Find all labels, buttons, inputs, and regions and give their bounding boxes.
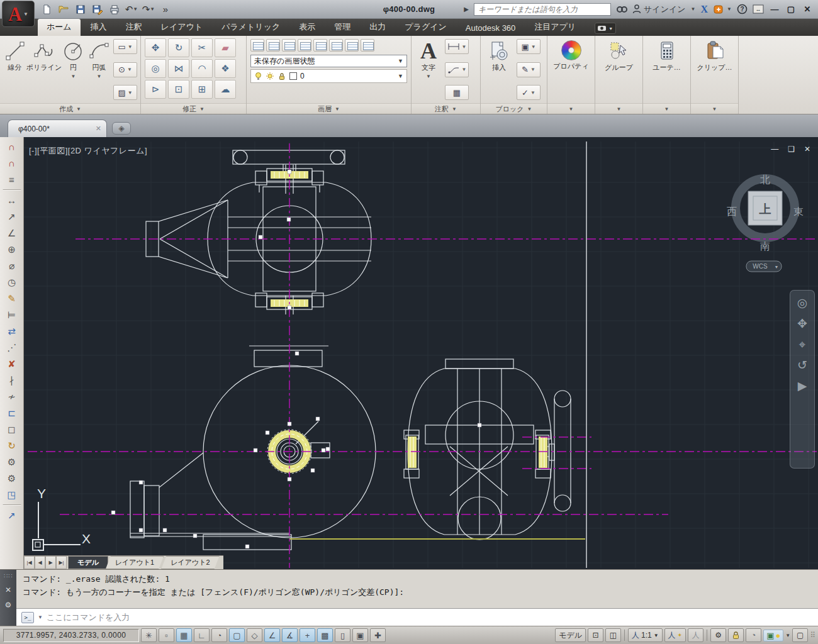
infocenter-collapse-icon[interactable]: ▶ (464, 6, 469, 13)
lineweight-toggle[interactable]: ▩ (317, 628, 333, 642)
dim-continue-icon[interactable]: ⇄ (3, 323, 21, 339)
dynamic-ucs-toggle[interactable]: ∡ (282, 628, 298, 642)
osnap-settings-icon[interactable]: ∩ (3, 139, 21, 155)
ortho-mode-toggle[interactable]: ∟ (194, 628, 210, 642)
application-menu-button[interactable]: A▼ (2, 1, 35, 27)
drag-handle-icon[interactable]: ∷∷ (4, 572, 13, 579)
showmotion-icon[interactable]: ▶ (798, 380, 807, 392)
signin-button[interactable]: サインイン (632, 4, 686, 15)
ribbon-tab[interactable]: プラグイン (396, 19, 456, 36)
command-input-row[interactable]: >_ ▼ ここにコマンドを入力 (16, 608, 818, 626)
move-icon[interactable]: ✥ (145, 38, 166, 57)
layer-off-icon[interactable] (298, 39, 311, 52)
object-snap-toggle[interactable]: ▢ (229, 628, 245, 642)
command-customize-icon[interactable]: ⚙ (5, 601, 12, 609)
dim-edit-icon[interactable]: ✎ (3, 291, 21, 306)
dim-radius-icon[interactable]: ◷ (3, 274, 21, 290)
fillet-icon[interactable]: ◠ (191, 59, 213, 78)
command-history[interactable]: コマンド: _.erase 認識された数: 1 コマンド: もう一方のコーナーを… (16, 570, 818, 608)
dim-angular-icon[interactable]: ∠ (3, 225, 21, 241)
layers-panel-label[interactable]: 画層▼ (247, 103, 411, 114)
rotate-icon[interactable]: ↻ (168, 38, 189, 57)
new-file-icon[interactable] (40, 3, 53, 16)
pan-icon[interactable]: ✥ (797, 318, 807, 330)
ribbon-tab[interactable]: 注目アプリ (525, 19, 585, 36)
hatch-icon[interactable]: ▨▼ (113, 85, 137, 100)
polyline-button[interactable]: ポリライン (29, 38, 59, 101)
dim-oblique-icon[interactable]: ∤ (3, 372, 21, 388)
utilities-button[interactable]: ユーテ… (647, 38, 687, 101)
autoscale-button[interactable]: 人 (688, 628, 703, 642)
quick-properties-toggle[interactable]: ▣ (352, 628, 368, 642)
drawing-area[interactable]: 北 東 南 西 上 WCS ▼ (24, 137, 818, 569)
signin-dropdown-icon[interactable]: ▼ (691, 6, 696, 12)
table-button[interactable]: ▦ (445, 85, 469, 100)
view-cube[interactable]: 北 東 南 西 上 WCS ▼ (727, 174, 804, 272)
view-3d-icon[interactable]: ◳ (3, 487, 21, 502)
first-tab-button[interactable]: |◀ (24, 556, 35, 569)
open-file-icon[interactable] (57, 3, 70, 16)
save-as-icon[interactable] (91, 3, 104, 16)
layer-state-dropdown[interactable]: 未保存の画層状態▼ (250, 55, 407, 67)
block-panel-label[interactable]: ブロック▼ (481, 103, 547, 114)
layer-prev-icon[interactable] (361, 39, 374, 52)
clean-screen-button[interactable]: ▢ (792, 628, 808, 642)
layer-unisolate-icon[interactable] (329, 39, 343, 52)
dim-text-angle-icon[interactable]: ≁ (3, 389, 21, 404)
prev-tab-button[interactable]: ◀ (35, 556, 45, 569)
toolbar-lock-button[interactable] (728, 628, 744, 642)
layout-tab[interactable]: モデル (68, 556, 108, 569)
multileader-icon[interactable]: ⋰ (3, 340, 21, 355)
redo-icon[interactable]: ↷▼ (142, 3, 155, 16)
dimension-button[interactable]: ▼ (445, 39, 469, 54)
next-tab-button[interactable]: ▶ (45, 556, 56, 569)
navigation-wheel-icon[interactable]: ◎ (797, 297, 808, 309)
dim-style-icon[interactable]: ◻ (3, 421, 21, 437)
dim-diameter-icon[interactable]: ⌀ (3, 258, 21, 274)
trim-icon[interactable]: ✂ (191, 38, 213, 57)
ribbon-tab[interactable]: 出力 (361, 19, 395, 36)
last-tab-button[interactable]: ▶| (56, 556, 67, 569)
dim-update-icon[interactable]: ↻ (3, 438, 21, 453)
coordinates-readout[interactable]: 3771.9957, 2403.2733, 0.0000 (3, 629, 139, 642)
exchange-apps-icon[interactable]: X (701, 4, 709, 15)
ribbon-tab[interactable]: Autodesk 360 (457, 21, 525, 36)
dynamic-input-toggle[interactable]: + (300, 628, 315, 642)
3d-object-snap-toggle[interactable]: ◇ (247, 628, 262, 642)
modify-panel-label[interactable]: 修正▼ (141, 103, 246, 114)
quick-view-layouts-button[interactable]: ⊡ (588, 628, 603, 642)
layout-tab[interactable]: レイアウト1 (106, 556, 164, 569)
communication-center-icon[interactable]: ▼ (713, 4, 732, 14)
recent-commands-icon[interactable]: ▼ (38, 614, 43, 620)
layer-freeze-icon[interactable] (282, 39, 296, 52)
ribbon-tab[interactable]: パラメトリック (213, 19, 289, 36)
zoom-icon[interactable]: ⌖ (799, 338, 806, 350)
group-button[interactable]: グループ (599, 38, 639, 101)
dim-aligned-icon[interactable]: ↗ (3, 209, 21, 225)
ribbon-tab[interactable]: ホーム (38, 19, 81, 36)
block-edit-icon[interactable]: ✎▼ (517, 62, 541, 77)
command-input[interactable]: ここにコマンドを入力 (47, 612, 130, 623)
properties-button[interactable]: プロパティ (551, 38, 591, 101)
snap-mode-toggle[interactable]: ▫ (159, 628, 174, 642)
parameters-icon[interactable]: ⚙ (3, 454, 21, 470)
layer-match-icon[interactable] (345, 39, 359, 52)
stretch-icon[interactable]: ⊳ (145, 80, 166, 99)
text-button[interactable]: A 文字 ▼ (415, 38, 442, 101)
drawing-close-icon[interactable]: ✕ (804, 145, 810, 153)
restore-button[interactable]: ▢ (785, 4, 797, 14)
polar-tracking-toggle[interactable]: ◔ (211, 628, 227, 642)
block-create-icon[interactable]: ▣▼ (517, 39, 541, 54)
close-tab-icon[interactable]: ✕ (96, 125, 101, 133)
isolate-objects-button[interactable]: ◔ (746, 628, 761, 642)
selection-cycling-toggle[interactable]: ✚ (370, 628, 386, 642)
ribbon-tab[interactable]: レイアウト (152, 19, 212, 36)
drawing-restore-icon[interactable]: ❑ (788, 145, 795, 153)
separator[interactable] (3, 189, 21, 191)
clipboard-panel-label[interactable]: ▼ (691, 103, 738, 114)
line-button[interactable]: 線分 (3, 38, 26, 101)
xref-notification-icon[interactable]: ▣ (766, 631, 774, 640)
draw-panel-label[interactable]: 作成▼ (0, 103, 140, 114)
quick-view-drawings-button[interactable]: ◫ (605, 628, 621, 642)
layer-current-dropdown[interactable]: 0 ▼ (250, 69, 407, 83)
